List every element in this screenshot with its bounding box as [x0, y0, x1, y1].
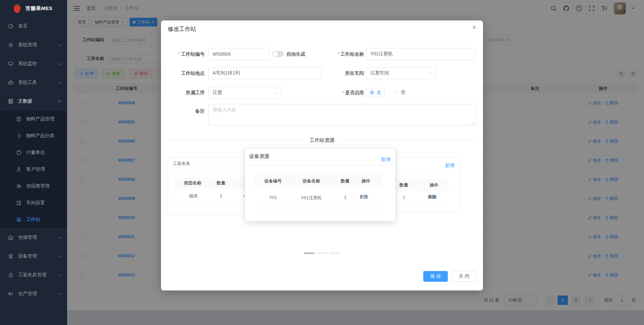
auto-generate-toggle[interactable] [272, 51, 284, 57]
sidebar-item-计量单位[interactable]: 计量单位 [0, 144, 67, 161]
workshop-label: 所在车间 [302, 67, 364, 79]
workshop-icon [16, 200, 21, 206]
sidebar-item-工作站[interactable]: 工作站 [0, 211, 67, 228]
sidebar-item-物料产品分类[interactable]: 物料产品分类 [0, 127, 67, 144]
app-title: 苦糖果MES [25, 5, 53, 12]
dialog-title: 修改工作站 [168, 25, 196, 33]
sidebar-item-车间设置[interactable]: 车间设置 [0, 195, 67, 211]
warehouse-icon [8, 235, 13, 240]
sidebar-item-工装夹具管理[interactable]: 工装夹具管理 [0, 266, 67, 284]
workstation-icon [16, 217, 21, 222]
sidebar-item-客户管理[interactable]: 客户管理 [0, 161, 67, 178]
edit-workstation-dialog: 修改工作站 × *工作站编号 自动生成 *工作站名称 工作站地点 所在车间 注塑… [161, 20, 483, 290]
monitor-icon [8, 61, 13, 66]
sidebar-menu: 首页系统管理系统监控系统工具主数据物料产品管理物料产品分类计量单位客户管理供应商… [0, 17, 67, 303]
production-icon [8, 291, 13, 296]
carousel-indicator-3[interactable] [330, 253, 340, 254]
logo-row: 苦糖果MES [0, 0, 67, 17]
process-label: 所属工序 [161, 87, 205, 99]
chevron-icon [59, 292, 62, 295]
sidebar-item-首页[interactable]: 首页 [0, 17, 67, 36]
carousel-indicator-2[interactable] [317, 253, 327, 254]
save-button[interactable]: 保 存 [423, 271, 448, 282]
resize-grip[interactable] [472, 121, 475, 124]
chevron-icon [59, 43, 62, 46]
resources-divider: 工作站资源 [168, 137, 476, 144]
sidebar-item-系统监控[interactable]: 系统监控 [0, 54, 67, 73]
unit-icon [16, 150, 21, 155]
gear-icon [8, 42, 13, 48]
chevron-icon [59, 235, 62, 239]
chevron-icon [59, 273, 62, 276]
toolbox-icon [8, 80, 13, 85]
chevron-icon [59, 80, 62, 84]
supplier-icon [16, 183, 21, 189]
remark-label: 备注 [161, 105, 205, 117]
location-label: 工作站地点 [161, 67, 205, 79]
sidebar-item-物料产品管理[interactable]: 物料产品管理 [0, 111, 67, 127]
name-input[interactable] [366, 48, 476, 60]
app-root: 苦糖果MES 首页系统管理系统监控系统工具主数据物料产品管理物料产品分类计量单位… [0, 0, 644, 325]
chevron-icon [59, 62, 62, 65]
document-icon [8, 99, 13, 104]
carousel-indicator-1[interactable] [304, 253, 314, 254]
sidebar-item-设备管理[interactable]: 设备管理 [0, 247, 67, 266]
code-label: *工作站编号 [161, 48, 205, 60]
fixture-icon [8, 272, 13, 278]
name-label: *工作站名称 [302, 48, 364, 60]
customer-icon [16, 167, 21, 172]
device-add-link[interactable]: 新增 [381, 157, 390, 163]
sidebar-item-系统管理[interactable]: 系统管理 [0, 36, 67, 54]
enabled-no-radio[interactable]: 否 [393, 90, 405, 96]
carousel-indicators [304, 253, 340, 254]
chevron-down-icon [429, 71, 432, 74]
sidebar-item-仓储管理[interactable]: 仓储管理 [0, 228, 67, 247]
process-select[interactable]: 注塑 [208, 87, 281, 99]
enabled-yes-radio[interactable]: 是 [366, 88, 385, 97]
sidebar-submenu: 物料产品管理物料产品分类计量单位客户管理供应商管理车间设置工作站 [0, 111, 67, 228]
chevron-down-icon [274, 91, 278, 94]
sidebar: 苦糖果MES 首页系统管理系统监控系统工具主数据物料产品管理物料产品分类计量单位… [0, 0, 67, 325]
remark-textarea[interactable]: 请输入内容 [208, 104, 476, 125]
sidebar-item-系统工具[interactable]: 系统工具 [0, 73, 67, 92]
close-icon[interactable]: × [472, 24, 476, 31]
device-icon [8, 254, 13, 259]
category-icon [16, 133, 21, 139]
device-delete-link[interactable]: 删除 [364, 195, 368, 199]
code-input[interactable] [208, 48, 269, 60]
labor-add-link[interactable]: 新增 [445, 163, 454, 169]
close-button[interactable]: 关 闭 [452, 271, 476, 282]
chevron-icon [59, 254, 62, 258]
dashboard-icon [8, 23, 13, 29]
workshop-dialog-select[interactable]: 注塑车间 [366, 67, 436, 79]
enabled-label: *是否启用 [302, 87, 364, 99]
device-resources-popup: 设备资源 新增 设备编号 设备名称 数量 操作 Y01 Y01注塑机 1 删除 [245, 148, 395, 221]
fixture-card-title: 工装夹具 [173, 161, 190, 167]
app-logo-icon [12, 3, 22, 14]
sidebar-item-生产管理[interactable]: 生产管理 [0, 284, 67, 303]
sidebar-item-主数据[interactable]: 主数据 [0, 92, 67, 111]
device-table-row: Y01 Y01注塑机 1 删除 [255, 187, 382, 208]
sidebar-item-供应商管理[interactable]: 供应商管理 [0, 178, 67, 195]
device-table-header: 设备编号 设备名称 数量 操作 [255, 174, 382, 187]
device-card-title: 设备资源 [249, 153, 269, 160]
material-icon [16, 116, 21, 122]
labor-delete-link[interactable]: 删除 [432, 195, 436, 199]
